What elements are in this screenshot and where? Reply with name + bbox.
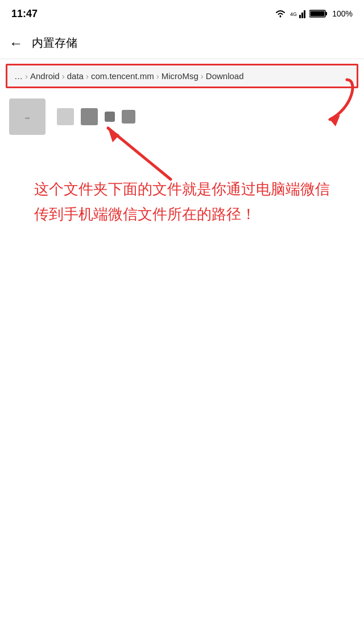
svg-marker-9 — [108, 128, 119, 142]
folder-icon[interactable]: - — [9, 98, 46, 135]
svg-rect-3 — [301, 13, 303, 18]
svg-rect-2 — [299, 15, 301, 18]
back-button[interactable]: ← — [9, 35, 23, 51]
battery-percentage: 100% — [332, 9, 353, 18]
wifi-icon — [274, 9, 287, 18]
red-arrow-annotation — [68, 111, 199, 185]
signal-icon: 4G — [290, 9, 306, 18]
breadcrumb-item-ellipsis[interactable]: … — [14, 71, 23, 81]
svg-rect-7 — [311, 11, 325, 17]
svg-rect-6 — [325, 12, 327, 15]
breadcrumb-item-tencent[interactable]: com.tencent.mm — [91, 71, 154, 81]
battery-icon — [309, 9, 329, 18]
breadcrumb-item-android[interactable]: Android — [30, 71, 60, 81]
page-title: 内置存储 — [32, 35, 77, 51]
breadcrumb-item-data[interactable]: data — [67, 71, 84, 81]
right-arrow-annotation — [301, 74, 358, 137]
svg-point-0 — [280, 16, 282, 18]
svg-text:4G: 4G — [290, 11, 297, 17]
annotation-text: 这个文件夹下面的文件就是你通过电脑端微信传到手机端微信文件所在的路径！ — [34, 176, 341, 227]
nav-bar: ← 内置存储 — [0, 27, 364, 59]
breadcrumb-item-micromsg[interactable]: MicroMsg — [162, 71, 198, 81]
breadcrumb-item-download[interactable]: Download — [206, 71, 244, 81]
svg-rect-4 — [304, 10, 305, 18]
status-icons: 4G 100% — [274, 9, 353, 18]
status-bar: 11:47 4G 100% — [0, 0, 364, 27]
status-time: 11:47 — [11, 8, 38, 20]
